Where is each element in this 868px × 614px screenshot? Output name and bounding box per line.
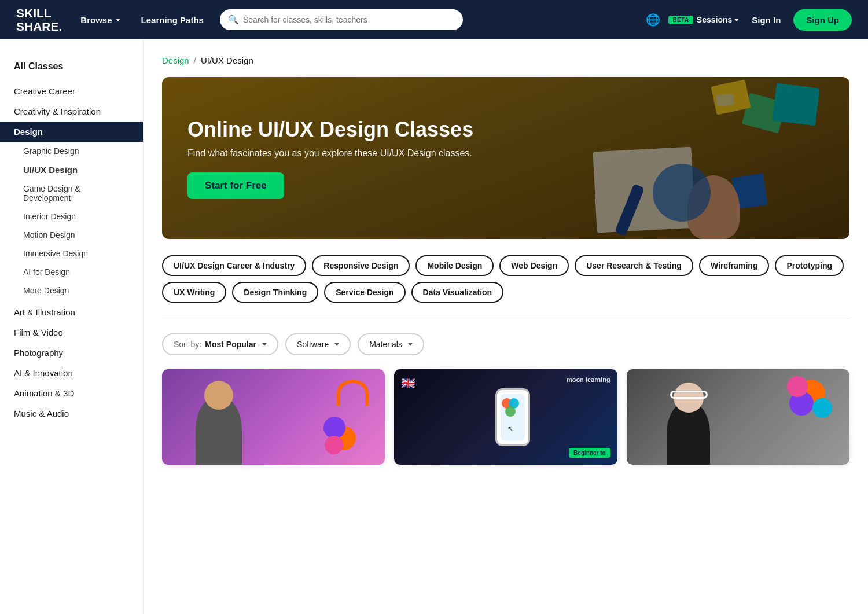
card-3-thumbnail [627, 369, 849, 465]
sort-by-value: Most Popular [205, 340, 256, 349]
sidebar-sub-item-uiux-design[interactable]: UI/UX Design [0, 160, 143, 179]
search-bar: 🔍 [220, 9, 463, 30]
sort-by-dropdown[interactable]: Sort by: Most Popular [162, 333, 278, 355]
breadcrumb-design-link[interactable]: Design [162, 56, 189, 65]
logo[interactable]: SKILL SHARE. [16, 6, 62, 33]
software-chevron-icon [334, 343, 339, 346]
filter-tag-responsive-design[interactable]: Responsive Design [312, 255, 410, 276]
sidebar-item-art-illustration[interactable]: Art & Illustration [0, 302, 143, 322]
filter-tag-prototyping[interactable]: Prototyping [775, 255, 844, 276]
materials-filter-label: Materials [369, 340, 402, 349]
course-card-1[interactable] [162, 369, 385, 465]
sidebar-sub-item-more-design[interactable]: More Design [0, 281, 143, 300]
globe-icon[interactable]: 🌐 [646, 13, 660, 27]
card-2-flag: 🇬🇧 [401, 376, 415, 390]
filter-tag-uiux-career[interactable]: UI/UX Design Career & Industry [162, 255, 306, 276]
filter-tag-user-research[interactable]: User Research & Testing [575, 255, 693, 276]
course-cards-row: 🇬🇧 ↖ moon learning Beginner to [162, 369, 849, 465]
filter-tag-ux-writing[interactable]: UX Writing [162, 282, 226, 303]
navbar-right: 🌐 BETA Sessions Sign In Sign Up [646, 9, 852, 31]
sort-bar: Sort by: Most Popular Software Materials [162, 333, 849, 355]
hero-cta-button[interactable]: Start for Free [187, 172, 284, 199]
sidebar-sub-item-game-design[interactable]: Game Design & Development [0, 179, 143, 207]
sidebar-item-creative-career[interactable]: Creative Career [0, 81, 143, 101]
search-input[interactable] [220, 9, 463, 30]
sidebar-sub-item-motion-design[interactable]: Motion Design [0, 226, 143, 244]
sidebar-sub-item-interior-design[interactable]: Interior Design [0, 207, 143, 226]
sessions-group: BETA Sessions [668, 15, 739, 24]
browse-nav-item[interactable]: Browse [76, 10, 124, 30]
filter-tag-design-thinking[interactable]: Design Thinking [232, 282, 318, 303]
card-1-thumbnail [162, 369, 385, 465]
sidebar: All Classes Creative Career Creativity &… [0, 39, 144, 614]
sidebar-item-design[interactable]: Design [0, 122, 143, 142]
hero-subtitle: Find what fascinates you as you explore … [187, 148, 824, 159]
card-2-thumbnail: 🇬🇧 ↖ moon learning Beginner to [394, 369, 617, 465]
sidebar-sub-item-immersive-design[interactable]: Immersive Design [0, 244, 143, 263]
sort-chevron-icon [262, 343, 267, 346]
breadcrumb-separator: / [194, 56, 196, 65]
filter-tags-container: UI/UX Design Career & Industry Responsiv… [162, 255, 849, 303]
materials-filter-dropdown[interactable]: Materials [358, 333, 424, 355]
filter-tag-data-visualization[interactable]: Data Visualization [411, 282, 504, 303]
sessions-button[interactable]: Sessions [697, 15, 739, 24]
card-2-phone-mock: ↖ [495, 388, 530, 446]
sidebar-sub-item-ai-for-design[interactable]: AI for Design [0, 263, 143, 281]
hero-title: Online UI/UX Design Classes [187, 117, 824, 142]
sidebar-item-photography[interactable]: Photography [0, 343, 143, 363]
navbar: SKILL SHARE. Browse Learning Paths 🔍 🌐 B… [0, 0, 868, 39]
search-icon: 🔍 [228, 14, 239, 25]
sidebar-item-ai-innovation[interactable]: AI & Innovation [0, 363, 143, 383]
card-3-blob-pink [787, 376, 808, 397]
course-card-2[interactable]: 🇬🇧 ↖ moon learning Beginner to [394, 369, 617, 465]
sidebar-sub-item-graphic-design[interactable]: Graphic Design [0, 142, 143, 160]
breadcrumb: Design / UI/UX Design [162, 56, 849, 65]
breadcrumb-current: UI/UX Design [201, 56, 253, 65]
hero-content: Online UI/UX Design Classes Find what fa… [162, 77, 849, 239]
browse-chevron-icon [116, 19, 120, 21]
learning-paths-nav-item[interactable]: Learning Paths [137, 10, 208, 30]
card-2-cursor-icon: ↖ [507, 425, 513, 433]
software-filter-dropdown[interactable]: Software [285, 333, 351, 355]
filter-tag-wireframing[interactable]: Wireframing [699, 255, 770, 276]
sort-by-label: Sort by: [174, 340, 201, 349]
card-1-blob-pink [325, 436, 343, 454]
card-2-beginner-badge: Beginner to [569, 448, 610, 458]
card-3-blob-teal [812, 398, 832, 418]
card-3-glasses-icon [670, 391, 708, 399]
sidebar-item-music-audio[interactable]: Music & Audio [0, 403, 143, 424]
filter-tag-service-design[interactable]: Service Design [324, 282, 405, 303]
filter-tag-mobile-design[interactable]: Mobile Design [415, 255, 494, 276]
section-divider [162, 319, 849, 319]
card-1-headphones-icon [337, 380, 369, 406]
sidebar-item-creativity-inspiration[interactable]: Creativity & Inspiration [0, 101, 143, 122]
beta-badge: BETA [668, 16, 693, 24]
materials-chevron-icon [408, 343, 413, 346]
card-1-person-head [204, 381, 233, 410]
signup-button[interactable]: Sign Up [793, 9, 852, 31]
course-card-3[interactable] [627, 369, 849, 465]
sessions-chevron-icon [734, 19, 739, 21]
card-2-brand-logo: moon learning [567, 376, 610, 383]
software-filter-label: Software [297, 340, 329, 349]
sidebar-all-classes[interactable]: All Classes [0, 56, 143, 78]
sidebar-item-animation-3d[interactable]: Animation & 3D [0, 383, 143, 403]
filter-tag-web-design[interactable]: Web Design [499, 255, 569, 276]
signin-button[interactable]: Sign In [747, 10, 785, 30]
hero-banner: Online UI/UX Design Classes Find what fa… [162, 77, 849, 239]
sidebar-item-film-video[interactable]: Film & Video [0, 322, 143, 343]
main-content: Design / UI/UX Design Online UI/UX Desi [144, 39, 868, 614]
